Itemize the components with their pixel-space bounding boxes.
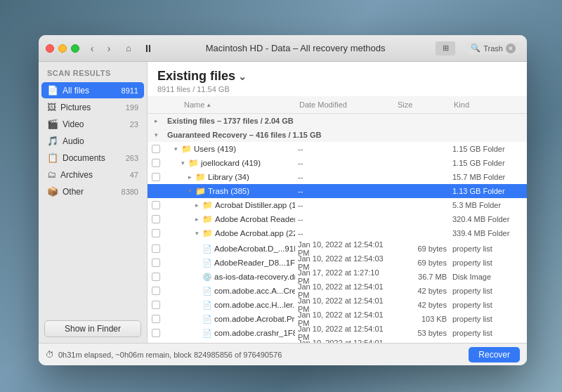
checkbox-com-adobe-acc-renderer[interactable]: [148, 301, 164, 309]
folder-icon: 📁: [188, 158, 199, 168]
folder-row-adobe-acrobat-app[interactable]: ▾ 📁 Adobe Acrobat.app (227) -- 339.4 MB …: [148, 226, 527, 240]
file-type-icon: 📄: [202, 287, 212, 296]
folder-date-trash: --: [295, 187, 393, 195]
folder-date-library: --: [295, 173, 393, 181]
folder-row-adobe-acrobat-dc[interactable]: ▸ 📁 Adobe Acrobat Reader DC.app (123) --…: [148, 212, 527, 226]
sidebar-section-title: Scan results: [39, 62, 147, 81]
sidebar-item-all-files[interactable]: 📄 All files 8911: [41, 82, 144, 98]
checkbox-com-adobe-crashr-1f[interactable]: [148, 329, 164, 337]
clear-search-button[interactable]: ✕: [506, 44, 516, 53]
file-row-com-adobe-acc-creative[interactable]: 📄 com.adobe.acc.A...CreativeCloud.plist …: [148, 282, 527, 296]
sidebar-audio-icon: 🎵: [47, 136, 58, 146]
expand-arrow-icon: ▾: [188, 188, 192, 195]
sidebar-video-icon: 🎬: [47, 119, 58, 129]
sidebar-item-archives[interactable]: 🗂 Archives 47: [41, 166, 144, 183]
checkbox-users[interactable]: [148, 145, 164, 153]
file-name-com-adobe-acc-renderer: 📄 com.adobe.acc.H...ler.Renderer.plist: [164, 301, 295, 310]
sidebar-video-label: Video: [63, 119, 126, 129]
sidebar-item-other[interactable]: 📦 Other 8380: [41, 183, 144, 200]
pause-button[interactable]: II: [141, 41, 155, 55]
folder-name-adobe-acrobat-dc: ▸ 📁 Adobe Acrobat Reader DC.app (123): [164, 214, 295, 224]
checkbox-com-adobe-acrobat-pro[interactable]: [148, 315, 164, 323]
checkbox-adobeacrobat-91f[interactable]: [148, 244, 164, 253]
file-row-com-adobe-acrobat-pro[interactable]: 📄 com.adobe.Acrobat.Pro.plist Jan 10, 20…: [148, 311, 527, 325]
checkbox-icon: [152, 273, 160, 281]
titlebar-right: ⊞ 🔍 Trash ✕: [436, 41, 520, 55]
file-row-as-ios-data-recovery[interactable]: 💿 as-ios-data-recovery.dmg Jan 17, 2022 …: [148, 268, 527, 282]
file-row-com-adobe-crashr-1f[interactable]: 📄 com.adobe.crashr_1F8545130C.plist Jan …: [148, 325, 527, 339]
folder-kind-adobe-acrobat-dc: 320.4 MB Folder: [450, 215, 527, 223]
section-existing-files[interactable]: ▸ Existing files – 1737 files / 2.04 GB: [148, 114, 527, 128]
search-bar[interactable]: 🔍 Trash ✕: [466, 42, 520, 55]
checkbox-icon: [152, 159, 160, 167]
folder-kind-users: 1.15 GB Folder: [450, 145, 527, 153]
sidebar-item-video[interactable]: 🎬 Video 23: [41, 116, 144, 132]
status-text: 0h31m elapsed, ~0h06m remain, block 8249…: [58, 351, 464, 359]
folder-row-users[interactable]: ▾ 📁 Users (419) -- 1.15 GB Folder: [148, 142, 527, 156]
recover-button[interactable]: Recover: [469, 347, 520, 362]
show-in-finder-button[interactable]: Show in Finder: [44, 320, 141, 337]
sidebar-footer: Show in Finder: [39, 315, 147, 343]
folder-icon: 📁: [202, 228, 213, 238]
kind-column-header[interactable]: Kind: [450, 99, 527, 110]
sidebar-all-files-icon: 📄: [47, 85, 58, 96]
sidebar-item-pictures[interactable]: 🖼 Pictures 199: [41, 99, 144, 115]
file-kind-com-adobe-acc-creative: property list: [450, 287, 527, 295]
name-column-header[interactable]: Name ▲: [164, 99, 295, 110]
checkbox-icon: [152, 301, 160, 309]
sidebar-other-label: Other: [63, 187, 117, 197]
checkbox-joellockard[interactable]: [148, 159, 164, 167]
file-row-adobeacrobat-91f[interactable]: 📄 AdobeAcrobat.D_...91F8545130C.plist Ja…: [148, 240, 527, 254]
checkbox-com-adobe-acc-creative[interactable]: [148, 287, 164, 295]
folder-name-users: ▾ 📁 Users (419): [164, 144, 295, 154]
file-type-icon: 💿: [202, 273, 212, 282]
forward-button[interactable]: ›: [102, 41, 116, 55]
checkbox-library[interactable]: [148, 173, 164, 181]
column-headers: Name ▲ Date Modified Size Kind: [148, 96, 527, 114]
folder-kind-adobe-acrobat-app: 339.4 MB Folder: [450, 229, 527, 237]
file-kind-adobeacrobat-91f: property list: [450, 244, 527, 253]
back-button[interactable]: ‹: [85, 41, 99, 55]
sidebar-pictures-label: Pictures: [60, 103, 122, 112]
file-size-as-ios-data-recovery: 36.7 MB: [393, 273, 450, 281]
sidebar-video-count: 23: [130, 120, 138, 129]
folder-row-acrobat-distiller[interactable]: ▸ 📁 Acrobat Distiller.app (10) -- 5.3 MB…: [148, 198, 527, 212]
section-guaranteed-recovery[interactable]: ▾ Guaranteed Recovery – 416 files / 1.15…: [148, 128, 527, 142]
chevron-down-icon[interactable]: ⌄: [238, 71, 247, 82]
checkbox-adobe-acrobat-app[interactable]: [148, 229, 164, 237]
size-column-header[interactable]: Size: [393, 99, 450, 110]
maximize-button[interactable]: [71, 44, 79, 53]
checkbox-as-ios-data-recovery[interactable]: [148, 273, 164, 281]
sidebar: Scan results 📄 All files 8911 🖼 Pictures…: [39, 62, 148, 343]
minimize-button[interactable]: [58, 44, 67, 53]
file-row-com-adobe-acc-renderer[interactable]: 📄 com.adobe.acc.H...ler.Renderer.plist J…: [148, 296, 527, 311]
folder-row-trash[interactable]: ▾ 📁 Trash (385) -- 1.13 GB Folder: [148, 184, 527, 198]
folder-icon: 📁: [195, 186, 206, 196]
checkbox-icon: [152, 187, 160, 195]
file-kind-as-ios-data-recovery: Disk Image: [450, 273, 527, 281]
checkbox-trash[interactable]: [148, 187, 164, 195]
folder-row-joellockard[interactable]: ▾ 📁 joellockard (419) -- 1.15 GB Folder: [148, 156, 527, 170]
folder-date-adobe-acrobat-app: --: [295, 229, 393, 237]
sidebar-item-audio[interactable]: 🎵 Audio: [41, 133, 144, 149]
date-column-header[interactable]: Date Modified: [295, 99, 393, 110]
checkbox-acrobat-distiller[interactable]: [148, 201, 164, 209]
view-toggle-button[interactable]: ⊞: [436, 41, 455, 55]
file-panel-title: Existing files ⌄: [157, 69, 517, 84]
file-type-icon: 📄: [202, 301, 212, 310]
file-size-com-adobe-acrobat-pro: 103 KB: [393, 315, 450, 323]
file-row-adobereader-d8[interactable]: 📄 AdobeReader_D8...1F8545130C.plist Jan …: [148, 254, 527, 268]
file-type-icon: 📄: [202, 244, 212, 254]
home-button[interactable]: ⌂: [122, 41, 136, 55]
status-bar: ⏱ 0h31m elapsed, ~0h06m remain, block 82…: [39, 343, 527, 365]
sidebar-archives-label: Archives: [60, 170, 126, 180]
checkbox-adobe-acrobat-dc[interactable]: [148, 215, 164, 223]
folder-row-library[interactable]: ▸ 📁 Library (34) -- 15.7 MB Folder: [148, 170, 527, 184]
file-type-icon: 📄: [202, 329, 212, 338]
checkbox-adobereader-d8[interactable]: [148, 259, 164, 267]
sidebar-item-documents[interactable]: 📋 Documents 263: [41, 150, 144, 166]
file-kind-com-adobe-acc-renderer: property list: [450, 301, 527, 309]
sidebar-audio-label: Audio: [63, 136, 134, 146]
close-button[interactable]: [46, 44, 54, 53]
main-window: ‹ › ⌂ II Macintosh HD - Data – All recov…: [39, 35, 527, 365]
